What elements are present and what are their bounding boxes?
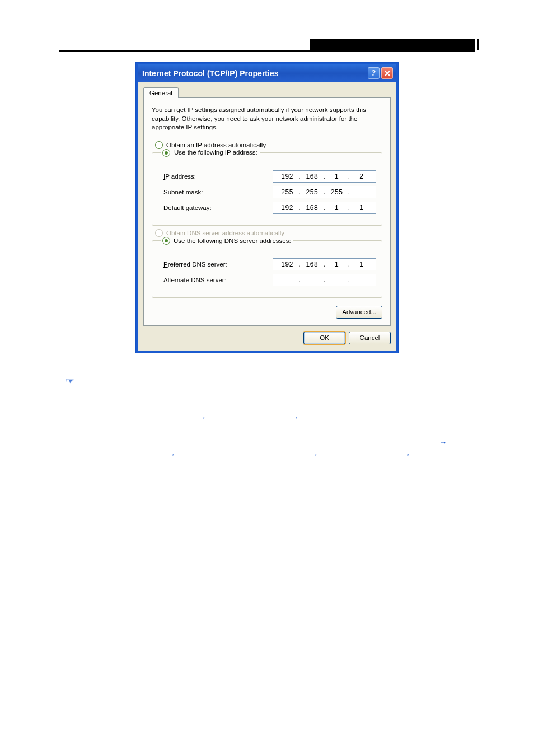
hand-pointer-icon: ☞ bbox=[65, 375, 74, 388]
radio-icon bbox=[162, 149, 170, 157]
header-black-bar-edge bbox=[477, 39, 479, 50]
default-gateway-input[interactable]: 192. 168. 1. 1 bbox=[273, 202, 376, 214]
subnet-mask-input[interactable]: 255. 255. 255. bbox=[273, 186, 376, 198]
tcpip-properties-dialog: Internet Protocol (TCP/IP) Properties ? … bbox=[136, 63, 398, 353]
tab-general[interactable]: General bbox=[143, 87, 179, 98]
ip-address-label: IP address: bbox=[158, 173, 273, 180]
alternate-dns-label: Alternate DNS server: bbox=[158, 277, 273, 283]
radio-obtain-dns-auto: Obtain DNS server address automatically bbox=[155, 229, 382, 237]
radio-use-dns[interactable]: Use the following DNS server addresses: bbox=[161, 237, 293, 245]
arrow-icon: → bbox=[168, 450, 175, 459]
ip-address-input[interactable]: 192. 168. 1. 2 bbox=[273, 170, 376, 183]
alternate-dns-input[interactable]: . . . bbox=[273, 274, 376, 286]
subnet-mask-label: Subnet mask: bbox=[158, 189, 273, 195]
radio-label: Obtain an IP address automatically bbox=[166, 142, 266, 148]
description-text: You can get IP settings assigned automat… bbox=[152, 106, 382, 132]
header-rule bbox=[59, 50, 475, 52]
radio-label: Obtain DNS server address automatically bbox=[166, 230, 284, 236]
help-button[interactable]: ? bbox=[368, 67, 380, 79]
radio-label: Use the following IP address: bbox=[174, 149, 258, 156]
radio-icon bbox=[162, 237, 170, 245]
radio-use-ip[interactable]: Use the following IP address: bbox=[161, 149, 260, 157]
arrow-icon: → bbox=[439, 438, 447, 446]
header-black-bar bbox=[310, 39, 475, 50]
preferred-dns-input[interactable]: 192. 168. 1. 1 bbox=[273, 258, 376, 270]
arrow-icon: → bbox=[403, 450, 410, 459]
radio-label: Use the following DNS server addresses: bbox=[174, 237, 291, 244]
preferred-dns-label: Preferred DNS server: bbox=[158, 261, 273, 268]
ok-button[interactable]: OK bbox=[303, 332, 345, 344]
tab-panel-general: You can get IP settings assigned automat… bbox=[143, 97, 391, 326]
close-button[interactable] bbox=[381, 67, 393, 79]
titlebar[interactable]: Internet Protocol (TCP/IP) Properties ? bbox=[138, 64, 396, 82]
dns-fieldset: Use the following DNS server addresses: … bbox=[152, 240, 382, 298]
ip-fieldset: Use the following IP address: IP address… bbox=[152, 152, 382, 226]
arrow-icon: → bbox=[311, 450, 318, 459]
radio-icon bbox=[155, 229, 163, 237]
arrow-icon: → bbox=[291, 413, 298, 422]
advanced-button[interactable]: Advanced... bbox=[336, 306, 382, 319]
cancel-button[interactable]: Cancel bbox=[349, 332, 391, 344]
dialog-title: Internet Protocol (TCP/IP) Properties bbox=[142, 69, 278, 78]
arrow-icon: → bbox=[199, 413, 206, 422]
radio-obtain-ip-auto[interactable]: Obtain an IP address automatically bbox=[155, 141, 382, 149]
radio-icon bbox=[155, 141, 163, 149]
default-gateway-label: Default gateway: bbox=[158, 204, 273, 211]
